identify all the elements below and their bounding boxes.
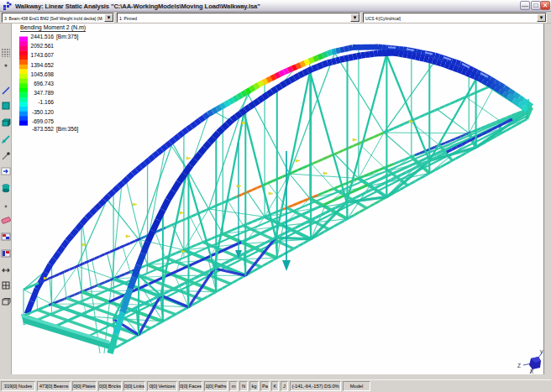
svg-text:X: X bbox=[530, 368, 534, 374]
svg-text:Z: Z bbox=[517, 363, 521, 368]
